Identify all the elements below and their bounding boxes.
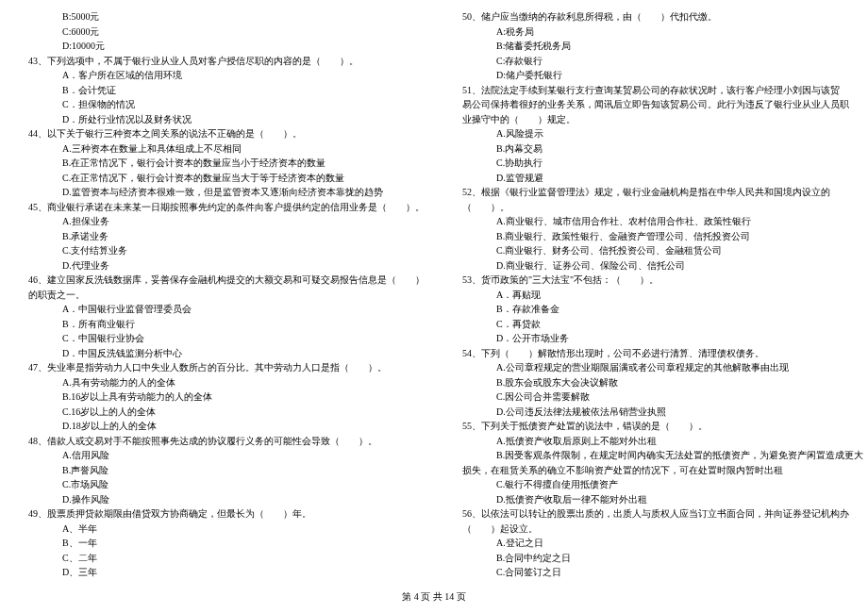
- option-line: A．再贴现: [462, 288, 863, 303]
- option-line: A．客户所在区域的信用环境: [28, 68, 425, 83]
- right-column: 50、储户应当缴纳的存款利息所得税，由（ ）代扣代缴。A:税务局B:储蓄委托税务…: [462, 9, 863, 585]
- option-line: C.在正常情况下，银行会计资本的数量应当大于等于经济资本的数量: [28, 171, 425, 186]
- option-line: B、一年: [28, 536, 425, 551]
- option-line: C.协助执行: [462, 156, 863, 171]
- option-line: D.代理业务: [28, 258, 425, 273]
- option-line: C.16岁以上的人的全体: [28, 405, 425, 420]
- option-line: D.监管资本与经济资本很难一致，但是监管资本又逐渐向经济资本靠拢的趋势: [28, 185, 425, 200]
- option-line: D．中国反洗钱监测分析中心: [28, 346, 425, 361]
- option-line: B.内幕交易: [462, 141, 863, 157]
- option-line: D.操作风险: [28, 492, 425, 507]
- option-line: B:5000元: [28, 9, 425, 25]
- option-line: C．中国银行业协会: [28, 331, 425, 346]
- option-line: B.商业银行、政策性银行、金融资产管理公司、信托投资公司: [462, 229, 863, 244]
- option-line: C.市场风险: [28, 477, 425, 492]
- option-line: B．存款准备金: [462, 302, 863, 317]
- question-line: 43、下列选项中，不属于银行业从业人员对客户授信尽职的内容的是（ ）。: [28, 54, 425, 69]
- option-line: A.信用风险: [28, 448, 425, 463]
- question-line: 51、法院法定手续到某银行支行查询某贸易公司的存款状况时，该行客户经理小刘因与该…: [462, 83, 863, 98]
- option-line: A.公司章程规定的营业期限届满或者公司章程规定的其他解散事由出现: [462, 360, 863, 375]
- option-line: A:税务局: [462, 25, 863, 40]
- question-line: 49、股票质押贷款期限由借贷双方协商确定，但最长为（ ）年。: [28, 506, 425, 522]
- question-line: 45、商业银行承诺在未来某一日期按照事先约定的条件向客户提供约定的信用业务是（ …: [28, 200, 425, 215]
- option-line: C.银行不得擅自使用抵债资产: [462, 477, 863, 492]
- option-line: B.因受客观条件限制，在规定时间内确实无法处置的抵债资产，为避免资产闲置造成更大: [462, 448, 863, 463]
- question-line: 55、下列关于抵债资产处置的说法中，错误的是（ ）。: [462, 419, 863, 434]
- question-line: 53、货币政策的"三大法宝"不包括：（ ）。: [462, 273, 863, 288]
- option-line: A.风险提示: [462, 126, 863, 141]
- cont-line: （ ）起设立。: [462, 522, 863, 537]
- option-line: D．所处行业情况以及财务状况: [28, 112, 425, 127]
- option-line: B．所有商业银行: [28, 317, 425, 332]
- option-line: A.担保业务: [28, 214, 425, 229]
- two-column-layout: B:5000元C:6000元D:10000元43、下列选项中，不属于银行业从业人…: [0, 0, 868, 585]
- option-line: A、半年: [28, 522, 425, 537]
- cont-line: 损失，在租赁关系的确立不影响资产处置的情况下，可在处置时限内暂时出租: [462, 463, 863, 478]
- option-line: D:储户委托银行: [462, 68, 863, 83]
- option-line: D:10000元: [28, 39, 425, 54]
- option-line: A.三种资本在数量上和具体组成上不尽相同: [28, 141, 425, 157]
- option-line: C.支付结算业务: [28, 243, 425, 258]
- option-line: D.公司违反法律法规被依法吊销营业执照: [462, 405, 863, 420]
- option-line: D.抵债资产收取后一律不能对外出租: [462, 492, 863, 507]
- question-line: 47、失业率是指劳动力人口中失业人数所占的百分比。其中劳动力人口是指（ ）。: [28, 360, 425, 375]
- option-line: D、三年: [28, 565, 425, 580]
- option-line: D.18岁以上的人的全体: [28, 419, 425, 434]
- option-line: A.登记之日: [462, 536, 863, 551]
- option-line: C.因公司合并需要解散: [462, 389, 863, 405]
- option-line: C:存款银行: [462, 54, 863, 69]
- option-line: D.商业银行、证券公司、保险公司、信托公司: [462, 258, 863, 273]
- option-line: B.16岁以上具有劳动能力的人的全体: [28, 389, 425, 405]
- option-line: B．会计凭证: [28, 83, 425, 98]
- page-footer: 第 4 页 共 14 页: [0, 585, 868, 613]
- question-line: 48、借款人或交易对手不能按照事先达成的协议履行义务的可能性会导致（ ）。: [28, 434, 425, 449]
- question-line: 54、下列（ ）解散情形出现时，公司不必进行清算、清理债权债务。: [462, 346, 863, 361]
- option-line: C.合同签订之日: [462, 565, 863, 580]
- question-line: 52、根据《银行业监督管理法》规定，银行业金融机构是指在中华人民共和国境内设立的: [462, 185, 863, 200]
- option-line: C:6000元: [28, 25, 425, 40]
- option-line: D．公开市场业务: [462, 331, 863, 346]
- option-line: B.合同中约定之日: [462, 551, 863, 566]
- exam-page: B:5000元C:6000元D:10000元43、下列选项中，不属于银行业从业人…: [0, 0, 868, 613]
- cont-line: 易公司保持着很好的业务关系，闻讯后立即告知该贸易公司。此行为违反了银行业从业人员…: [462, 97, 863, 112]
- option-line: C.商业银行、财务公司、信托投资公司、金融租赁公司: [462, 243, 863, 258]
- option-line: D.监管规避: [462, 171, 863, 186]
- option-line: B.在正常情况下，银行会计资本的数量应当小于经济资本的数量: [28, 156, 425, 171]
- question-line: 44、以下关于银行三种资本之间关系的说法不正确的是（ ）。: [28, 126, 425, 141]
- option-line: B.股东会或股东大会决议解散: [462, 375, 863, 390]
- question-line: 50、储户应当缴纳的存款利息所得税，由（ ）代扣代缴。: [462, 9, 863, 25]
- option-line: A.商业银行、城市信用合作社、农村信用合作社、政策性银行: [462, 214, 863, 229]
- option-line: C、二年: [28, 551, 425, 566]
- cont-line: 业操守中的（ ）规定。: [462, 112, 863, 127]
- option-line: B:储蓄委托税务局: [462, 39, 863, 54]
- cont-line: 的职责之一。: [28, 288, 425, 303]
- option-line: A．中国银行业监督管理委员会: [28, 302, 425, 317]
- cont-line: （ ）。: [462, 200, 863, 215]
- option-line: C．再贷款: [462, 317, 863, 332]
- option-line: B.声誉风险: [28, 463, 425, 478]
- left-column: B:5000元C:6000元D:10000元43、下列选项中，不属于银行业从业人…: [28, 9, 425, 585]
- option-line: A.抵债资产收取后原则上不能对外出租: [462, 434, 863, 449]
- question-line: 56、以依法可以转让的股票出质的，出质人与质权人应当订立书面合同，并向证券登记机…: [462, 506, 863, 522]
- question-line: 46、建立国家反洗钱数据库，妥善保存金融机构提交的大额交易和可疑交易报告信息是（…: [28, 273, 425, 288]
- option-line: B.承诺业务: [28, 229, 425, 244]
- option-line: C．担保物的情况: [28, 97, 425, 112]
- option-line: A.具有劳动能力的人的全体: [28, 375, 425, 390]
